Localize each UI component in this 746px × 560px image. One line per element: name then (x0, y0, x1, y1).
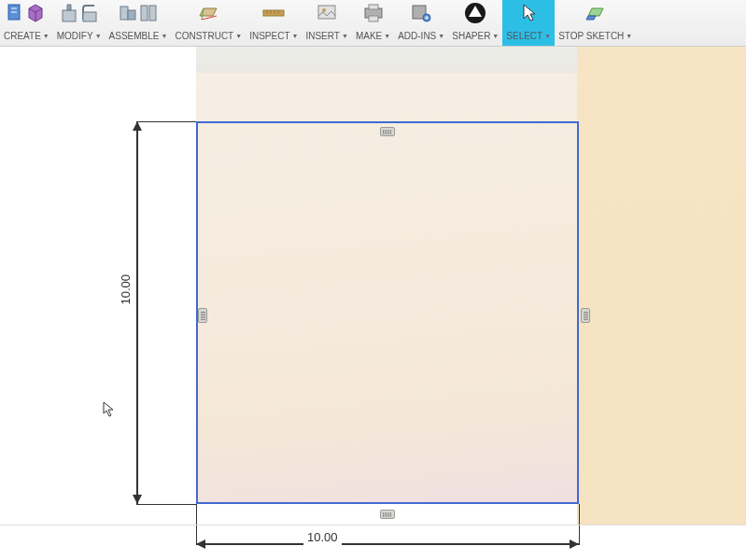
svg-rect-21 (369, 16, 378, 21)
toolbar: CREATE▼ MODIFY▼ ASSEMBLE▼ CONSTRUCT▼ INS… (0, 0, 746, 47)
chevron-down-icon: ▼ (342, 33, 348, 39)
midpoint-marker-left[interactable] (198, 308, 207, 323)
addins-label: ADD-INS (398, 31, 436, 41)
select-icon (518, 2, 539, 24)
construct-label: CONSTRUCT (175, 31, 233, 41)
create-label: CREATE (4, 31, 41, 41)
svg-rect-7 (83, 12, 96, 21)
horizontal-dimension-value[interactable]: 10.00 (303, 529, 342, 545)
chevron-down-icon: ▼ (235, 33, 242, 39)
plane-icon (196, 3, 220, 23)
chevron-down-icon: ▼ (43, 33, 49, 39)
svg-rect-10 (141, 6, 148, 21)
adjacent-face (577, 47, 746, 525)
sketch-icon (7, 3, 23, 23)
svg-rect-9 (128, 10, 135, 20)
chevron-down-icon: ▼ (544, 33, 551, 39)
inspect-menu[interactable]: INSPECT▼ (246, 0, 302, 46)
shaper-menu[interactable]: SHAPER▼ (448, 0, 502, 46)
chevron-down-icon: ▼ (384, 33, 390, 39)
measure-icon (261, 3, 286, 23)
chevron-down-icon: ▼ (492, 33, 499, 39)
midpoint-marker-bottom[interactable] (380, 510, 395, 519)
shaper-icon (463, 2, 487, 24)
insert-label: INSERT (305, 31, 340, 41)
vertical-extension-top (136, 121, 196, 122)
midpoint-marker-top[interactable] (380, 127, 395, 136)
chevron-down-icon: ▼ (292, 33, 299, 39)
insert-menu[interactable]: INSERT▼ (302, 0, 351, 46)
stop-sketch-icon (584, 3, 607, 23)
assemble-label: ASSEMBLE (109, 31, 160, 41)
chevron-down-icon: ▼ (626, 33, 632, 39)
sketch-rectangle[interactable] (196, 121, 579, 504)
canvas-bottom-border (0, 525, 746, 525)
decal-icon (316, 3, 338, 23)
assemble-menu[interactable]: ASSEMBLE▼ (106, 0, 172, 46)
horizontal-dimension-line[interactable] (196, 543, 579, 545)
addins-menu[interactable]: ADD-INS▼ (394, 0, 448, 46)
midpoint-marker-right[interactable] (581, 308, 590, 323)
chevron-down-icon: ▼ (438, 33, 444, 39)
addin-icon (410, 3, 432, 23)
grid-box-icon (25, 3, 46, 23)
construct-menu[interactable]: CONSTRUCT▼ (171, 0, 246, 46)
make-label: MAKE (356, 31, 382, 41)
make-menu[interactable]: MAKE▼ (352, 0, 394, 46)
stop-sketch-menu[interactable]: STOP SKETCH▼ (555, 0, 636, 46)
svg-rect-8 (120, 7, 128, 20)
chevron-down-icon: ▼ (95, 33, 102, 39)
chevron-down-icon: ▼ (162, 33, 168, 39)
modify-label: MODIFY (57, 31, 93, 41)
select-menu[interactable]: SELECT▼ (502, 0, 555, 46)
inspect-label: INSPECT (249, 31, 289, 41)
face-shading-top (196, 47, 579, 73)
vertical-dimension-line[interactable] (136, 121, 138, 504)
select-label: SELECT (506, 31, 542, 41)
create-menu[interactable]: CREATE▼ (0, 0, 53, 46)
svg-point-18 (322, 8, 326, 12)
fillet-icon (80, 3, 99, 23)
svg-rect-6 (63, 10, 76, 21)
svg-rect-12 (263, 10, 284, 16)
joint-icon (119, 3, 137, 23)
shaper-label: SHAPER (452, 31, 490, 41)
vertical-dimension-value[interactable]: 10.00 (117, 273, 134, 307)
modify-menu[interactable]: MODIFY▼ (53, 0, 106, 46)
svg-rect-11 (149, 6, 156, 21)
align-icon (139, 3, 158, 23)
mouse-cursor (103, 401, 116, 421)
push-pull-icon (60, 3, 78, 23)
print-icon (362, 3, 385, 23)
stop-sketch-label: STOP SKETCH (558, 31, 624, 41)
svg-rect-20 (369, 5, 378, 9)
vertical-extension-bottom (136, 504, 196, 505)
